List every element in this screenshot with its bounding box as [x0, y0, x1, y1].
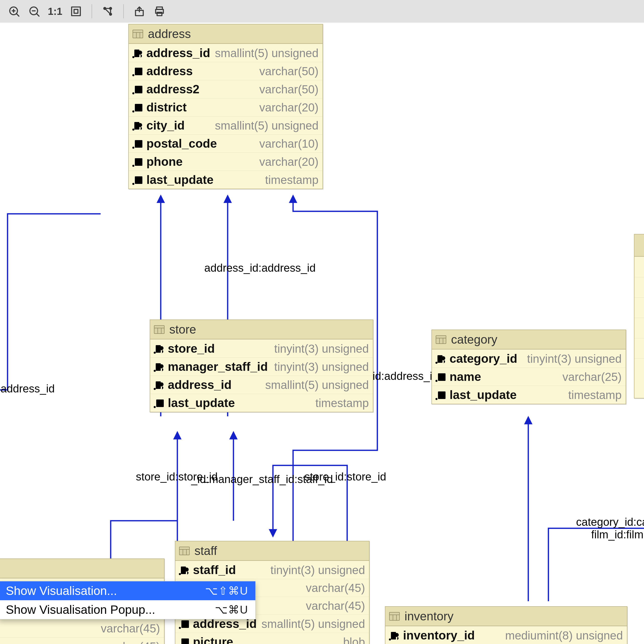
column-icon [153, 397, 164, 409]
edge-label: category_id:cat [576, 516, 644, 528]
column-icon [132, 174, 143, 185]
svg-line-20 [17, 14, 19, 16]
svg-rect-27 [74, 9, 78, 13]
print-icon[interactable] [153, 5, 166, 18]
table-category[interactable]: category category_idtinyint(3) unsigned … [431, 330, 626, 404]
column-icon [132, 102, 143, 113]
layout-icon[interactable] [101, 5, 114, 18]
menu-item-label: Show Visualisation... [6, 584, 117, 598]
column-icon [132, 138, 143, 149]
table-title: inventory [405, 609, 454, 623]
menu-item-shortcut: ⌥⌘U [215, 603, 248, 616]
column-icon [178, 618, 189, 629]
pk-icon [132, 48, 143, 59]
edge-label: film_id:film [591, 528, 643, 541]
column-icon [435, 389, 446, 400]
edge-label: _id:manager_staff_id:staff_id [191, 473, 333, 486]
table-title: staff [194, 544, 217, 558]
zoom-in-icon[interactable] [8, 5, 21, 18]
column-icon [132, 156, 143, 167]
fk-icon [132, 120, 143, 131]
menu-show-visualisation-popup[interactable]: Show Visualisation Popup... ⌥⌘U [0, 600, 255, 619]
table-icon [132, 28, 143, 39]
table-inventory[interactable]: inventory inventory_idmediumint(8) unsig… [385, 606, 627, 644]
edge-label: :address_id [0, 382, 55, 395]
pk-icon [388, 630, 399, 641]
svg-rect-34 [157, 12, 162, 16]
menu-item-label: Show Visualisation Popup... [6, 603, 155, 617]
zoom-out-icon[interactable] [28, 5, 41, 18]
fk-icon [153, 361, 164, 372]
menu-show-visualisation[interactable]: Show Visualisation... ⌥⇧⌘U [0, 581, 255, 600]
pk-icon [153, 343, 164, 354]
svg-line-24 [37, 14, 39, 16]
table-icon [389, 611, 400, 622]
pk-icon [435, 353, 446, 364]
menu-item-shortcut: ⌥⇧⌘U [205, 584, 248, 597]
table-title: category [451, 333, 497, 346]
fit-screen-icon[interactable] [69, 5, 83, 18]
table-store[interactable]: store store_idtinyint(3) unsigned manage… [150, 319, 373, 412]
table-offscreen-right[interactable] [634, 234, 644, 398]
edge-label: address_id:address_id [204, 262, 316, 274]
svg-rect-26 [72, 7, 81, 16]
table-address[interactable]: address address_idsmallint(5) unsigned a… [128, 24, 323, 189]
table-icon [435, 334, 447, 345]
pk-icon [153, 379, 164, 390]
zoom-actual-button[interactable]: 1:1 [48, 6, 62, 17]
column-icon [178, 636, 189, 644]
table-icon [179, 545, 190, 556]
table-title: address [148, 27, 191, 41]
column-icon [132, 84, 143, 95]
table-title: store [169, 323, 196, 336]
table-icon [154, 324, 165, 335]
column-icon [132, 66, 143, 77]
diagram-toolbar: 1:1 [0, 0, 644, 23]
context-menu: Show Visualisation... ⌥⇧⌘U Show Visualis… [0, 581, 256, 619]
export-icon[interactable] [133, 5, 146, 18]
column-icon [435, 371, 446, 382]
pk-icon [178, 565, 189, 576]
er-diagram-canvas[interactable]: address_id:address_id address_id:address… [0, 23, 644, 644]
